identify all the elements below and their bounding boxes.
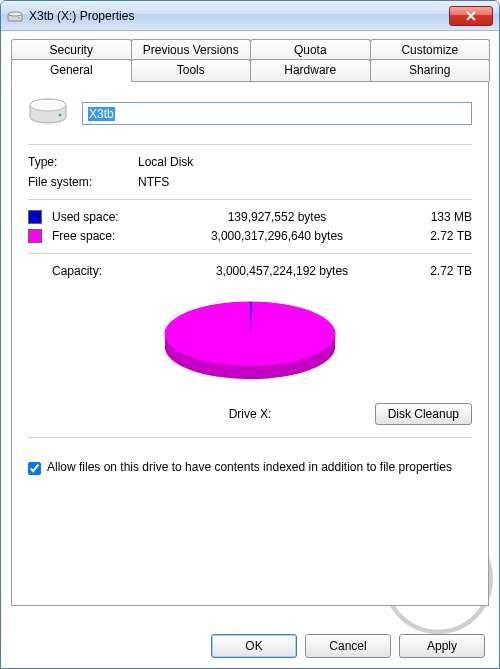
tab-container: Security Previous Versions Quota Customi… bbox=[11, 39, 489, 606]
capacity-hr: 2.72 TB bbox=[402, 264, 472, 278]
disk-cleanup-button[interactable]: Disk Cleanup bbox=[375, 403, 472, 425]
tab-security[interactable]: Security bbox=[11, 39, 132, 60]
tab-panel-general: X3tb Type: Local Disk File system: NTFS … bbox=[11, 81, 489, 606]
filesystem-label: File system: bbox=[28, 175, 138, 189]
close-button[interactable] bbox=[449, 6, 493, 26]
ok-button[interactable]: OK bbox=[211, 634, 297, 658]
capacity-label: Capacity: bbox=[52, 264, 162, 278]
indexing-label[interactable]: Allow files on this drive to have conten… bbox=[47, 460, 452, 474]
tab-row-2: General Tools Hardware Sharing bbox=[11, 59, 489, 81]
tab-row-1: Security Previous Versions Quota Customi… bbox=[11, 39, 489, 60]
capacity-row: Capacity: 3,000,457,224,192 bytes 2.72 T… bbox=[28, 264, 472, 278]
pie-chart-svg bbox=[150, 292, 350, 392]
tab-previous-versions[interactable]: Previous Versions bbox=[131, 39, 252, 60]
divider bbox=[28, 199, 472, 200]
cancel-button[interactable]: Cancel bbox=[305, 634, 391, 658]
used-hr: 133 MB bbox=[402, 210, 472, 224]
drive-name-row: X3tb bbox=[28, 96, 472, 130]
divider bbox=[28, 253, 472, 254]
tab-sharing[interactable]: Sharing bbox=[370, 59, 491, 81]
volume-name-text: X3tb bbox=[88, 107, 115, 121]
dialog-buttons: OK Cancel Apply bbox=[211, 634, 485, 658]
tab-general[interactable]: General bbox=[11, 59, 132, 82]
properties-window: X3tb (X:) Properties Security Previous V… bbox=[0, 0, 500, 669]
volume-name-input[interactable]: X3tb bbox=[82, 102, 472, 125]
svg-point-4 bbox=[30, 99, 66, 111]
used-bytes: 139,927,552 bytes bbox=[152, 210, 402, 224]
free-hr: 2.72 TB bbox=[402, 229, 472, 243]
indexing-checkbox[interactable] bbox=[28, 462, 41, 475]
svg-point-5 bbox=[59, 114, 62, 117]
svg-point-2 bbox=[18, 17, 20, 19]
filesystem-row: File system: NTFS bbox=[28, 175, 472, 189]
filesystem-value: NTFS bbox=[138, 175, 169, 189]
used-space-row: Used space: 139,927,552 bytes 133 MB bbox=[28, 210, 472, 224]
used-swatch bbox=[28, 210, 42, 224]
tab-customize[interactable]: Customize bbox=[370, 39, 491, 60]
drive-large-icon bbox=[28, 96, 68, 130]
close-icon bbox=[466, 11, 476, 21]
tab-tools[interactable]: Tools bbox=[131, 59, 252, 81]
pie-chart bbox=[28, 292, 472, 395]
used-label: Used space: bbox=[52, 210, 152, 224]
type-value: Local Disk bbox=[138, 155, 193, 169]
drive-icon bbox=[7, 8, 23, 24]
free-space-row: Free space: 3,000,317,296,640 bytes 2.72… bbox=[28, 229, 472, 243]
free-bytes: 3,000,317,296,640 bytes bbox=[152, 229, 402, 243]
divider bbox=[28, 144, 472, 145]
tab-hardware[interactable]: Hardware bbox=[250, 59, 371, 81]
free-swatch bbox=[28, 229, 42, 243]
drive-label-row: Drive X: Disk Cleanup bbox=[28, 401, 472, 427]
type-label: Type: bbox=[28, 155, 138, 169]
type-row: Type: Local Disk bbox=[28, 155, 472, 169]
divider bbox=[28, 437, 472, 438]
svg-point-1 bbox=[8, 12, 22, 16]
content-area: Security Previous Versions Quota Customi… bbox=[1, 31, 499, 606]
apply-button[interactable]: Apply bbox=[399, 634, 485, 658]
tab-quota[interactable]: Quota bbox=[250, 39, 371, 60]
capacity-bytes: 3,000,457,224,192 bytes bbox=[162, 264, 402, 278]
window-title: X3tb (X:) Properties bbox=[29, 9, 449, 23]
indexing-row: Allow files on this drive to have conten… bbox=[28, 460, 472, 475]
free-label: Free space: bbox=[52, 229, 152, 243]
titlebar[interactable]: X3tb (X:) Properties bbox=[1, 1, 499, 31]
